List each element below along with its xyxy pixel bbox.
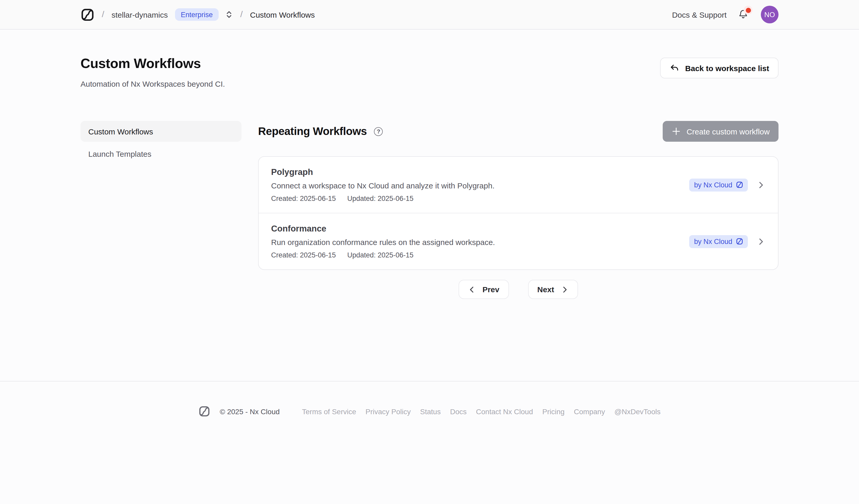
notification-halo (744, 6, 753, 15)
page: / stellar-dynamics Enterprise / Custom W… (0, 0, 859, 504)
notifications-bell-icon[interactable] (737, 8, 750, 21)
prev-label: Prev (482, 285, 499, 294)
footer-link-status[interactable]: Status (420, 407, 441, 415)
nx-glyph-icon (736, 238, 743, 245)
workspace-switcher-icon[interactable] (225, 10, 233, 19)
next-page-button[interactable]: Next (528, 280, 578, 299)
by-nx-cloud-badge[interactable]: by Nx Cloud (690, 235, 748, 248)
section-title: Repeating Workflows (258, 125, 367, 138)
nx-cloud-footer-logo-icon (198, 406, 210, 417)
notification-dot (745, 7, 751, 13)
prev-page-button[interactable]: Prev (458, 280, 509, 299)
plan-badge: Enterprise (175, 8, 218, 21)
create-custom-workflow-button[interactable]: Create custom workflow (663, 121, 779, 142)
breadcrumb-separator: / (102, 9, 104, 20)
create-button-label: Create custom workflow (687, 127, 770, 136)
footer-link-terms[interactable]: Terms of Service (302, 407, 356, 415)
docs-support-link[interactable]: Docs & Support (672, 10, 726, 19)
footer-link-pricing[interactable]: Pricing (542, 407, 564, 415)
workflow-row-actions: by Nx Cloud (690, 235, 766, 248)
copyright-text: © 2025 - Nx Cloud (220, 407, 280, 415)
pagination: Prev Next (258, 280, 779, 299)
breadcrumb-workspace[interactable]: stellar-dynamics (111, 10, 168, 19)
sidebar-item-custom-workflows[interactable]: Custom Workflows (80, 121, 241, 142)
user-avatar[interactable]: NO (761, 6, 779, 24)
chevron-right-icon[interactable] (757, 180, 766, 189)
next-label: Next (537, 285, 554, 294)
workflow-meta: Created: 2025-06-15 Updated: 2025-06-15 (271, 251, 690, 259)
nx-glyph-icon (736, 181, 743, 188)
back-to-workspace-list-button[interactable]: Back to workspace list (660, 58, 779, 78)
sidebar-item-launch-templates[interactable]: Launch Templates (80, 143, 241, 164)
footer: © 2025 - Nx Cloud Terms of Service Priva… (0, 381, 859, 417)
workflow-title: Conformance (271, 224, 690, 233)
badge-label: by Nx Cloud (694, 238, 732, 245)
page-title: Custom Workflows (80, 56, 225, 72)
workflow-updated: Updated: 2025-06-15 (347, 195, 413, 202)
back-button-label: Back to workspace list (685, 64, 769, 72)
workflow-updated: Updated: 2025-06-15 (347, 251, 413, 259)
workflow-row-polygraph[interactable]: Polygraph Connect a workspace to Nx Clou… (259, 157, 778, 213)
footer-link-company[interactable]: Company (574, 407, 605, 415)
badge-label: by Nx Cloud (694, 181, 732, 189)
workflow-created: Created: 2025-06-15 (271, 251, 336, 259)
breadcrumb-separator: / (240, 9, 243, 20)
workflow-info: Polygraph Connect a workspace to Nx Clou… (271, 167, 690, 202)
page-header: Custom Workflows Automation of Nx Worksp… (80, 30, 779, 88)
workflows-list: Polygraph Connect a workspace to Nx Clou… (258, 156, 779, 270)
workflow-created: Created: 2025-06-15 (271, 195, 336, 202)
header-actions: Docs & Support NO (672, 6, 779, 24)
chevron-left-icon (468, 285, 476, 293)
workflow-description: Connect a workspace to Nx Cloud and anal… (271, 181, 690, 190)
page-subtitle: Automation of Nx Workspaces beyond CI. (80, 79, 225, 88)
help-icon[interactable]: ? (374, 127, 383, 136)
workflow-meta: Created: 2025-06-15 Updated: 2025-06-15 (271, 195, 690, 202)
plus-icon (672, 127, 681, 136)
breadcrumb-current-page: Custom Workflows (250, 10, 315, 19)
section-header: Repeating Workflows ? Create custom work… (258, 121, 779, 142)
chevron-right-icon (560, 285, 569, 293)
footer-link-contact[interactable]: Contact Nx Cloud (476, 407, 533, 415)
footer-link-nxdevtools[interactable]: @NxDevTools (614, 407, 661, 415)
workflow-title: Polygraph (271, 167, 690, 177)
top-navigation-bar: / stellar-dynamics Enterprise / Custom W… (0, 0, 859, 30)
workflow-row-actions: by Nx Cloud (690, 178, 766, 191)
workflows-sidebar: Custom Workflows Launch Templates (80, 121, 241, 299)
footer-link-docs[interactable]: Docs (450, 407, 467, 415)
workflow-description: Run organization conformance rules on th… (271, 238, 690, 247)
nx-cloud-logo-icon[interactable] (80, 7, 94, 21)
by-nx-cloud-badge[interactable]: by Nx Cloud (690, 178, 748, 191)
arrow-uturn-left-icon (670, 63, 680, 73)
workflow-row-conformance[interactable]: Conformance Run organization conformance… (259, 213, 778, 270)
chevron-right-icon[interactable] (757, 237, 766, 246)
breadcrumb: / stellar-dynamics Enterprise / Custom W… (80, 7, 315, 21)
workflow-info: Conformance Run organization conformance… (271, 224, 690, 259)
footer-link-privacy[interactable]: Privacy Policy (366, 407, 411, 415)
